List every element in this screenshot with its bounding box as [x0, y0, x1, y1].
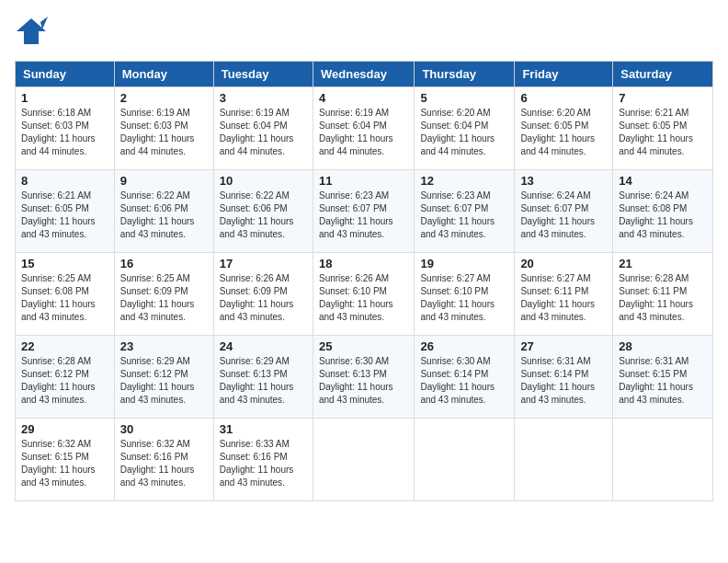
- day-number: 26: [420, 339, 508, 353]
- day-info: Sunrise: 6:23 AMSunset: 6:07 PMDaylight:…: [319, 190, 408, 241]
- calendar-cell: 17Sunrise: 6:26 AMSunset: 6:09 PMDayligh…: [213, 253, 313, 336]
- calendar-cell: 11Sunrise: 6:23 AMSunset: 6:07 PMDayligh…: [313, 170, 414, 253]
- day-number: 27: [520, 339, 607, 353]
- logo-icon: [15, 15, 48, 48]
- col-header-friday: Friday: [515, 62, 613, 87]
- calendar-cell: [613, 419, 713, 501]
- calendar-cell: [313, 419, 414, 501]
- day-info: Sunrise: 6:24 AMSunset: 6:08 PMDaylight:…: [619, 190, 707, 241]
- day-number: 10: [220, 174, 307, 188]
- day-info: Sunrise: 6:25 AMSunset: 6:09 PMDaylight:…: [120, 272, 208, 324]
- calendar-cell: 24Sunrise: 6:29 AMSunset: 6:13 PMDayligh…: [213, 336, 313, 419]
- day-info: Sunrise: 6:28 AMSunset: 6:12 PMDaylight:…: [21, 355, 108, 407]
- calendar-header-row: SundayMondayTuesdayWednesdayThursdayFrid…: [16, 62, 713, 87]
- day-number: 29: [21, 422, 108, 436]
- day-number: 1: [21, 91, 108, 105]
- calendar-cell: 31Sunrise: 6:33 AMSunset: 6:16 PMDayligh…: [213, 419, 313, 501]
- day-number: 11: [319, 174, 408, 188]
- week-row-5: 29Sunrise: 6:32 AMSunset: 6:15 PMDayligh…: [16, 419, 713, 501]
- day-info: Sunrise: 6:25 AMSunset: 6:08 PMDaylight:…: [21, 272, 108, 324]
- calendar-cell: 28Sunrise: 6:31 AMSunset: 6:15 PMDayligh…: [613, 336, 713, 419]
- calendar-cell: 30Sunrise: 6:32 AMSunset: 6:16 PMDayligh…: [114, 419, 213, 501]
- day-info: Sunrise: 6:32 AMSunset: 6:16 PMDaylight:…: [120, 438, 208, 489]
- calendar-cell: 8Sunrise: 6:21 AMSunset: 6:05 PMDaylight…: [16, 170, 115, 253]
- day-number: 19: [420, 257, 508, 270]
- day-info: Sunrise: 6:22 AMSunset: 6:06 PMDaylight:…: [120, 190, 208, 241]
- day-number: 22: [21, 339, 108, 353]
- day-number: 5: [420, 91, 508, 105]
- day-info: Sunrise: 6:31 AMSunset: 6:15 PMDaylight:…: [619, 355, 707, 407]
- page-header: [15, 15, 713, 52]
- calendar-cell: 4Sunrise: 6:19 AMSunset: 6:04 PMDaylight…: [313, 87, 414, 170]
- day-info: Sunrise: 6:26 AMSunset: 6:10 PMDaylight:…: [319, 272, 408, 324]
- calendar-cell: 22Sunrise: 6:28 AMSunset: 6:12 PMDayligh…: [16, 336, 115, 419]
- calendar-table: SundayMondayTuesdayWednesdayThursdayFrid…: [15, 61, 713, 501]
- day-info: Sunrise: 6:33 AMSunset: 6:16 PMDaylight:…: [220, 438, 307, 489]
- col-header-thursday: Thursday: [415, 62, 515, 87]
- col-header-wednesday: Wednesday: [313, 62, 414, 87]
- day-number: 16: [120, 257, 208, 270]
- day-number: 12: [420, 174, 508, 188]
- day-number: 13: [520, 174, 607, 188]
- day-number: 9: [120, 174, 208, 188]
- day-number: 20: [520, 257, 607, 270]
- day-number: 24: [220, 339, 307, 353]
- day-info: Sunrise: 6:19 AMSunset: 6:04 PMDaylight:…: [220, 107, 307, 158]
- calendar-cell: [515, 419, 613, 501]
- logo: [15, 15, 53, 52]
- day-info: Sunrise: 6:23 AMSunset: 6:07 PMDaylight:…: [420, 190, 508, 241]
- calendar-cell: 1Sunrise: 6:18 AMSunset: 6:03 PMDaylight…: [16, 87, 115, 170]
- day-number: 31: [220, 422, 307, 436]
- calendar-cell: 13Sunrise: 6:24 AMSunset: 6:07 PMDayligh…: [515, 170, 613, 253]
- day-info: Sunrise: 6:19 AMSunset: 6:04 PMDaylight:…: [319, 107, 408, 158]
- week-row-3: 15Sunrise: 6:25 AMSunset: 6:08 PMDayligh…: [16, 253, 713, 336]
- calendar-cell: 3Sunrise: 6:19 AMSunset: 6:04 PMDaylight…: [213, 87, 313, 170]
- day-number: 7: [619, 91, 707, 105]
- calendar-cell: 20Sunrise: 6:27 AMSunset: 6:11 PMDayligh…: [515, 253, 613, 336]
- day-info: Sunrise: 6:32 AMSunset: 6:15 PMDaylight:…: [21, 438, 108, 489]
- calendar-cell: [415, 419, 515, 501]
- day-info: Sunrise: 6:18 AMSunset: 6:03 PMDaylight:…: [21, 107, 108, 158]
- day-number: 8: [21, 174, 108, 188]
- day-number: 28: [619, 339, 707, 353]
- col-header-monday: Monday: [114, 62, 213, 87]
- day-number: 17: [220, 257, 307, 270]
- calendar-cell: 12Sunrise: 6:23 AMSunset: 6:07 PMDayligh…: [415, 170, 515, 253]
- calendar-cell: 21Sunrise: 6:28 AMSunset: 6:11 PMDayligh…: [613, 253, 713, 336]
- calendar-cell: 26Sunrise: 6:30 AMSunset: 6:14 PMDayligh…: [415, 336, 515, 419]
- day-info: Sunrise: 6:27 AMSunset: 6:10 PMDaylight:…: [420, 272, 508, 324]
- day-info: Sunrise: 6:21 AMSunset: 6:05 PMDaylight:…: [619, 107, 707, 158]
- day-number: 15: [21, 257, 108, 270]
- day-number: 23: [120, 339, 208, 353]
- day-number: 14: [619, 174, 707, 188]
- calendar-cell: 27Sunrise: 6:31 AMSunset: 6:14 PMDayligh…: [515, 336, 613, 419]
- day-info: Sunrise: 6:30 AMSunset: 6:14 PMDaylight:…: [420, 355, 508, 407]
- calendar-cell: 23Sunrise: 6:29 AMSunset: 6:12 PMDayligh…: [114, 336, 213, 419]
- week-row-4: 22Sunrise: 6:28 AMSunset: 6:12 PMDayligh…: [16, 336, 713, 419]
- calendar-cell: 10Sunrise: 6:22 AMSunset: 6:06 PMDayligh…: [213, 170, 313, 253]
- day-number: 4: [319, 91, 408, 105]
- day-info: Sunrise: 6:29 AMSunset: 6:13 PMDaylight:…: [220, 355, 307, 407]
- calendar-cell: 18Sunrise: 6:26 AMSunset: 6:10 PMDayligh…: [313, 253, 414, 336]
- col-header-tuesday: Tuesday: [213, 62, 313, 87]
- calendar-cell: 25Sunrise: 6:30 AMSunset: 6:13 PMDayligh…: [313, 336, 414, 419]
- calendar-cell: 16Sunrise: 6:25 AMSunset: 6:09 PMDayligh…: [114, 253, 213, 336]
- day-info: Sunrise: 6:21 AMSunset: 6:05 PMDaylight:…: [21, 190, 108, 241]
- day-info: Sunrise: 6:22 AMSunset: 6:06 PMDaylight:…: [220, 190, 307, 241]
- week-row-1: 1Sunrise: 6:18 AMSunset: 6:03 PMDaylight…: [16, 87, 713, 170]
- day-info: Sunrise: 6:29 AMSunset: 6:12 PMDaylight:…: [120, 355, 208, 407]
- calendar-cell: 7Sunrise: 6:21 AMSunset: 6:05 PMDaylight…: [613, 87, 713, 170]
- day-number: 25: [319, 339, 408, 353]
- col-header-sunday: Sunday: [16, 62, 115, 87]
- calendar-cell: 2Sunrise: 6:19 AMSunset: 6:03 PMDaylight…: [114, 87, 213, 170]
- day-number: 30: [120, 422, 208, 436]
- day-info: Sunrise: 6:27 AMSunset: 6:11 PMDaylight:…: [520, 272, 607, 324]
- calendar-cell: 6Sunrise: 6:20 AMSunset: 6:05 PMDaylight…: [515, 87, 613, 170]
- calendar-cell: 14Sunrise: 6:24 AMSunset: 6:08 PMDayligh…: [613, 170, 713, 253]
- day-number: 18: [319, 257, 408, 270]
- calendar-cell: 5Sunrise: 6:20 AMSunset: 6:04 PMDaylight…: [415, 87, 515, 170]
- calendar-cell: 9Sunrise: 6:22 AMSunset: 6:06 PMDaylight…: [114, 170, 213, 253]
- day-info: Sunrise: 6:31 AMSunset: 6:14 PMDaylight:…: [520, 355, 607, 407]
- day-info: Sunrise: 6:26 AMSunset: 6:09 PMDaylight:…: [220, 272, 307, 324]
- calendar-cell: 29Sunrise: 6:32 AMSunset: 6:15 PMDayligh…: [16, 419, 115, 501]
